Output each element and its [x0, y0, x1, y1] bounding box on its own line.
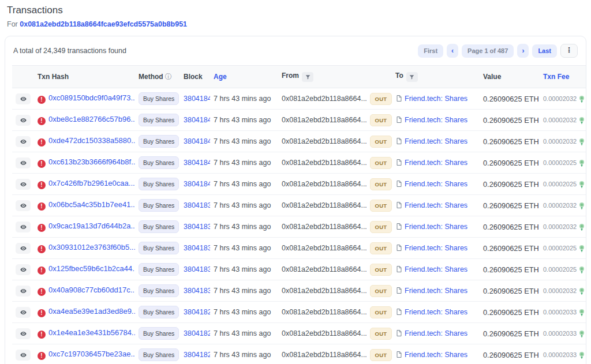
txn-hash-link[interactable]: 0xa4ea5e39e1ad3ed8e9...: [48, 307, 135, 316]
method-badge[interactable]: Buy Shares: [139, 263, 179, 276]
age-sort-link[interactable]: Age: [214, 73, 227, 81]
preview-transaction-button[interactable]: [16, 264, 31, 275]
method-badge[interactable]: Buy Shares: [139, 284, 179, 297]
from-cell: 0x081a2ebd2b118a8664...: [278, 88, 366, 110]
to-contract-link[interactable]: Friend.tech: Shares: [405, 201, 467, 209]
txn-hash-link[interactable]: 0x125fbec59b6c1b2ca44...: [48, 264, 135, 273]
transactions-card: A total of 24,349 transactions found Fir…: [5, 36, 586, 364]
to-contract-link[interactable]: Friend.tech: Shares: [405, 329, 467, 337]
last-page-button[interactable]: Last: [532, 44, 557, 58]
first-page-button[interactable]: First: [418, 44, 443, 58]
block-link[interactable]: 3804183: [184, 201, 210, 209]
preview-transaction-button[interactable]: [16, 179, 31, 190]
method-badge[interactable]: Buy Shares: [139, 114, 179, 126]
preview-transaction-button[interactable]: [16, 115, 31, 126]
block-link[interactable]: 3804183: [184, 223, 210, 231]
txn-hash-link[interactable]: 0x7c426fb7b2961e0caa...: [48, 179, 135, 187]
to-cell: Friend.tech: Shares: [392, 174, 480, 195]
txn-hash-link[interactable]: 0xbe8c1e882766c57b96...: [48, 115, 135, 123]
preview-transaction-button[interactable]: [16, 157, 31, 168]
to-contract-link[interactable]: Friend.tech: Shares: [405, 223, 467, 231]
preview-transaction-button[interactable]: [16, 200, 31, 211]
block-cell: 3804183: [180, 195, 210, 216]
block-cell: 3804182: [180, 323, 210, 344]
to-contract-link[interactable]: Friend.tech: Shares: [405, 95, 467, 103]
txn-hash-link[interactable]: 0xc7c197036457be23ae...: [48, 350, 135, 358]
age-cell: 7 hrs 43 mins ago: [210, 195, 278, 216]
method-badge[interactable]: Buy Shares: [139, 327, 179, 340]
txn-hash-link[interactable]: 0x1e4ea1e3e431b56784...: [48, 328, 135, 337]
previous-page-button[interactable]: ‹: [447, 44, 458, 58]
method-badge[interactable]: Buy Shares: [139, 306, 179, 318]
more-options-button[interactable]: ⋮: [560, 44, 578, 57]
gas-bulb-icon: [578, 309, 585, 316]
direction-cell: OUT: [366, 280, 392, 302]
to-contract-link[interactable]: Friend.tech: Shares: [405, 351, 467, 359]
to-contract-link[interactable]: Friend.tech: Shares: [405, 116, 467, 124]
method-badge[interactable]: Buy Shares: [139, 156, 179, 169]
txn-fee-cell: 0.00002032: [540, 195, 586, 216]
txn-fee-sort-link[interactable]: Txn Fee: [543, 73, 569, 81]
to-contract-link[interactable]: Friend.tech: Shares: [405, 180, 467, 188]
txn-hash-link[interactable]: 0x30931012e3763f60b5...: [48, 243, 135, 252]
out-badge: OUT: [370, 178, 392, 190]
block-link[interactable]: 3804184: [184, 159, 210, 167]
preview-transaction-button[interactable]: [16, 243, 31, 254]
to-contract-link[interactable]: Friend.tech: Shares: [405, 244, 467, 252]
txn-hash-link[interactable]: 0xde472dc150338a5880...: [48, 136, 135, 145]
preview-transaction-button[interactable]: [16, 328, 31, 339]
error-icon: !: [38, 309, 46, 317]
block-link[interactable]: 3804183: [184, 265, 210, 273]
to-contract-link[interactable]: Friend.tech: Shares: [405, 137, 467, 145]
gas-bulb-icon: [578, 181, 585, 188]
method-badge[interactable]: Buy Shares: [139, 220, 179, 233]
contract-document-icon: [395, 265, 402, 273]
value-cell: 0.26090625 ETH: [480, 216, 540, 238]
next-page-button[interactable]: ›: [517, 44, 529, 58]
fee-amount: 0.00002032: [543, 138, 577, 145]
block-link[interactable]: 3804182: [184, 351, 210, 359]
method-badge[interactable]: Buy Shares: [139, 242, 179, 254]
preview-transaction-button[interactable]: [16, 286, 31, 297]
block-link[interactable]: 3804184: [184, 180, 210, 188]
block-link[interactable]: 3804183: [184, 287, 210, 295]
method-badge[interactable]: Buy Shares: [139, 135, 179, 148]
value-cell: 0.26090625 ETH: [480, 88, 540, 110]
preview-transaction-button[interactable]: [16, 307, 31, 318]
to-contract-link[interactable]: Friend.tech: Shares: [405, 265, 467, 273]
txn-hash-link[interactable]: 0xc613b23b3666f964b8f...: [48, 157, 135, 166]
block-link[interactable]: 3804184: [184, 137, 210, 145]
txn-hash-link[interactable]: 0x06bc5a4c35b1b7ee41...: [48, 200, 135, 209]
direction-cell: OUT: [366, 110, 392, 131]
contract-document-icon: [395, 287, 402, 294]
method-info-icon[interactable]: ⓘ: [165, 73, 172, 81]
block-link[interactable]: 3804184: [184, 116, 210, 124]
preview-transaction-button[interactable]: [16, 93, 31, 104]
to-contract-link[interactable]: Friend.tech: Shares: [405, 308, 467, 316]
age-cell: 7 hrs 43 mins ago: [210, 259, 278, 280]
to-contract-link[interactable]: Friend.tech: Shares: [405, 159, 467, 167]
address-link[interactable]: 0x081a2ebd2b118a8664fcae93efcd5575a0b8b9…: [20, 20, 187, 28]
preview-transaction-button[interactable]: [16, 222, 31, 232]
txn-hash-link[interactable]: 0xc089150bdc9f0a49f73...: [48, 93, 135, 102]
preview-transaction-button[interactable]: [16, 136, 31, 147]
to-filter-button[interactable]: [406, 72, 418, 82]
method-badge[interactable]: Buy Shares: [139, 178, 179, 190]
method-badge[interactable]: Buy Shares: [139, 348, 179, 361]
block-link[interactable]: 3804182: [184, 308, 210, 316]
txn-hash-link[interactable]: 0x9cac19a13d7d644b2a...: [48, 222, 135, 230]
block-link[interactable]: 3804182: [184, 329, 210, 337]
method-badge[interactable]: Buy Shares: [139, 92, 179, 105]
gas-bulb-icon: [578, 287, 585, 295]
txn-hash-cell: !0x30931012e3763f60b5...: [34, 238, 135, 259]
eye-icon: [20, 138, 27, 145]
age-cell: 7 hrs 43 mins ago: [210, 131, 278, 152]
preview-transaction-button[interactable]: [16, 350, 31, 361]
method-badge[interactable]: Buy Shares: [139, 199, 179, 212]
block-link[interactable]: 3804183: [184, 244, 210, 252]
from-filter-button[interactable]: [302, 72, 313, 82]
to-contract-link[interactable]: Friend.tech: Shares: [405, 287, 467, 295]
block-link[interactable]: 3804184: [184, 95, 210, 103]
txn-hash-link[interactable]: 0x40a908c77cb60dd17c...: [48, 286, 135, 294]
table-row: !0xde472dc150338a5880... Buy Shares 3804…: [12, 131, 586, 152]
